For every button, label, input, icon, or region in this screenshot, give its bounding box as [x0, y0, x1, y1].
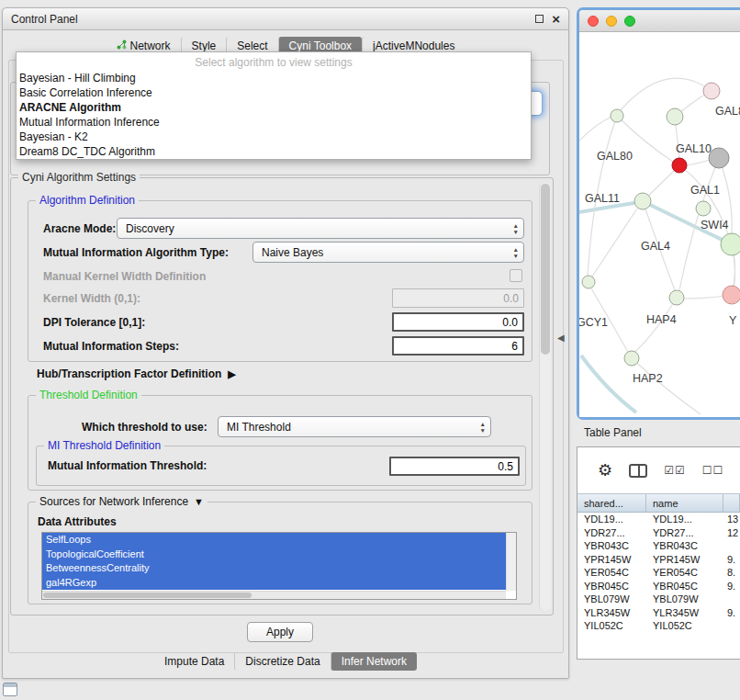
algorithm-option-dream8-dc-tdc-algorithm[interactable]: Dream8 DC_TDC Algorithm — [17, 144, 531, 159]
tab-infer-network[interactable]: Infer Network — [331, 652, 417, 671]
gear-icon[interactable]: ⚙ — [598, 462, 612, 479]
column-browser-icon[interactable] — [629, 464, 647, 478]
sources-title-row[interactable]: Sources for Network Inference ▼ — [36, 495, 207, 508]
attributes-vertical-scrollbar[interactable] — [506, 533, 516, 591]
table-cell: YBL079W — [577, 593, 646, 606]
mi-type-select[interactable]: Naive Bayes ▲▼ — [252, 242, 524, 263]
table-row[interactable]: YBL079WYBL079W — [577, 593, 740, 606]
network-node[interactable] — [624, 351, 639, 366]
attributes-horizontal-scrollbar[interactable] — [42, 591, 506, 599]
dpi-tolerance-input[interactable] — [392, 312, 524, 332]
dpi-tolerance-row: DPI Tolerance [0,1]: — [28, 311, 532, 333]
algorithm-option-mutual-information-inference[interactable]: Mutual Information Inference — [17, 115, 531, 130]
table-row[interactable]: YIL052CYIL052C — [577, 619, 740, 633]
collapse-panel-arrow-icon[interactable]: ◀ — [557, 333, 565, 343]
control-panel-window: Control Panel × NetworkStyleSelectCyni T… — [2, 7, 569, 679]
attribute-item-gal4rgexp[interactable]: gal4RGexp — [42, 576, 506, 591]
network-node[interactable] — [703, 83, 720, 99]
algorithm-definition-group: Algorithm Definition Aracne Mode: Discov… — [28, 200, 533, 362]
table-row[interactable]: YER054CYER054C8. — [577, 566, 740, 580]
table-row[interactable]: YBR043CYBR043C — [577, 539, 740, 553]
hide-all-columns-icon[interactable]: ☐☐ — [702, 464, 724, 477]
algorithm-option-aracne-algorithm[interactable]: ARACNE Algorithm — [17, 100, 531, 115]
tab-label: Infer Network — [342, 655, 407, 668]
settings-scrollbar[interactable] — [539, 182, 551, 611]
network-node[interactable] — [634, 193, 651, 209]
mi-steps-input[interactable] — [392, 336, 524, 356]
table-cell: YLR345W — [646, 606, 723, 620]
which-threshold-label: Which threshold to use: — [82, 421, 207, 434]
control-panel-title: Control Panel — [11, 13, 78, 26]
minimize-window-button[interactable] — [606, 16, 617, 27]
mi-type-row: Mutual Information Algorithm Type: Naive… — [28, 242, 532, 264]
mi-threshold-input[interactable] — [389, 457, 520, 476]
mi-threshold-label: Mutual Information Threshold: — [48, 459, 207, 472]
algorithm-option-bayesian-k2[interactable]: Bayesian - K2 — [17, 130, 531, 144]
table-row[interactable]: YDL19...YDL19...13 — [577, 513, 740, 526]
float-window-icon[interactable] — [535, 15, 544, 23]
table-cell: 9. — [723, 606, 740, 620]
tab-label: Network — [130, 40, 171, 52]
data-attributes-list[interactable]: SelfLoopsTopologicalCoefficientBetweenne… — [41, 532, 517, 600]
attribute-item-topologicalcoefficient[interactable]: TopologicalCoefficient — [42, 548, 506, 562]
network-node[interactable] — [669, 290, 684, 305]
tab-impute-data[interactable]: Impute Data — [154, 652, 234, 671]
data-attributes-label: Data Attributes — [38, 515, 117, 528]
which-threshold-select[interactable]: MI Threshold ▲▼ — [218, 416, 491, 437]
hub-definition-label: Hub/Transcription Factor Definition — [37, 367, 221, 380]
algorithm-option-basic-correlation-inference[interactable]: Basic Correlation Inference — [17, 85, 531, 100]
network-node[interactable] — [672, 158, 687, 173]
mi-threshold-definition-title: MI Threshold Definition — [44, 439, 164, 452]
table-panel-window: ⚙ ☑☑ ☐☐ shared...nameYDL19...YDL19...13Y… — [577, 446, 740, 660]
kernel-width-label: Kernel Width (0,1): — [43, 292, 140, 305]
network-graph: GAL8GAL80GAL10GAL11GAL1SWI4GAL4GCY1HAP4H… — [579, 32, 740, 417]
kernel-width-input[interactable] — [392, 288, 524, 308]
table-row[interactable]: YBR045CYBR045C9. — [577, 580, 740, 593]
scrollbar-thumb[interactable] — [43, 593, 252, 598]
network-window-titlebar[interactable] — [579, 10, 740, 32]
attribute-item-betweennesscentrality[interactable]: BetweennessCentrality — [42, 561, 506, 576]
node-label: Y — [729, 314, 737, 327]
tab-discretize-data[interactable]: Discretize Data — [234, 652, 330, 671]
network-node[interactable] — [667, 108, 683, 125]
network-node[interactable] — [696, 201, 711, 216]
network-view-window: GAL8GAL80GAL10GAL11GAL1SWI4GAL4GCY1HAP4H… — [577, 7, 740, 420]
table-cell: YBR045C — [577, 580, 646, 593]
manual-kernel-width-label: Manual Kernel Width Definition — [43, 270, 206, 283]
table-cell: YDR27... — [577, 526, 646, 540]
column-header-shared[interactable]: shared... — [577, 494, 646, 512]
cyni-algorithm-settings-group: Cyni Algorithm Settings Algorithm Defini… — [10, 177, 554, 615]
which-threshold-row: Which threshold to use: MI Threshold ▲▼ — [28, 416, 532, 438]
node-label: HAP2 — [633, 372, 663, 385]
network-node[interactable] — [709, 148, 729, 168]
apply-button[interactable]: Apply — [247, 622, 313, 642]
network-node[interactable] — [721, 233, 740, 255]
node-label: GAL4 — [641, 240, 670, 253]
table-row[interactable]: YPR145WYPR145W9. — [577, 553, 740, 567]
table-row[interactable]: YLR345WYLR345W9. — [577, 606, 740, 620]
scrollbar-thumb[interactable] — [541, 184, 550, 355]
network-node[interactable] — [582, 276, 595, 288]
show-all-columns-icon[interactable]: ☑☑ — [664, 464, 686, 477]
close-window-button[interactable] — [588, 16, 599, 27]
aracne-mode-select[interactable]: Discovery ▲▼ — [117, 218, 524, 239]
column-header-extra[interactable] — [723, 494, 740, 512]
manual-kernel-width-checkbox[interactable] — [510, 269, 522, 282]
hub-definition-toggle[interactable]: Hub/Transcription Factor Definition ▶ — [37, 367, 236, 380]
network-canvas[interactable]: GAL8GAL80GAL10GAL11GAL1SWI4GAL4GCY1HAP4H… — [579, 32, 740, 417]
node-label: SWI4 — [701, 219, 729, 231]
column-header-name[interactable]: name — [646, 494, 723, 512]
settings-group-title: Cyni Algorithm Settings — [18, 171, 140, 184]
network-node[interactable] — [723, 286, 740, 304]
attribute-item-selfloops[interactable]: SelfLoops — [42, 533, 506, 548]
zoom-window-button[interactable] — [624, 16, 635, 27]
algorithm-option-bayesian-hill-climbing[interactable]: Bayesian - Hill Climbing — [17, 71, 531, 85]
network-node[interactable] — [611, 109, 623, 122]
close-panel-icon[interactable]: × — [552, 15, 560, 24]
control-panel-titlebar[interactable]: Control Panel × — [3, 8, 568, 30]
restore-panel-icon[interactable] — [3, 683, 17, 696]
table-row[interactable]: YDR27...YDR27...12 — [577, 526, 740, 540]
table-cell: YBR043C — [577, 539, 646, 553]
mi-threshold-definition-group: MI Threshold Definition Mutual Informati… — [36, 446, 526, 486]
node-label: GAL10 — [676, 142, 712, 155]
